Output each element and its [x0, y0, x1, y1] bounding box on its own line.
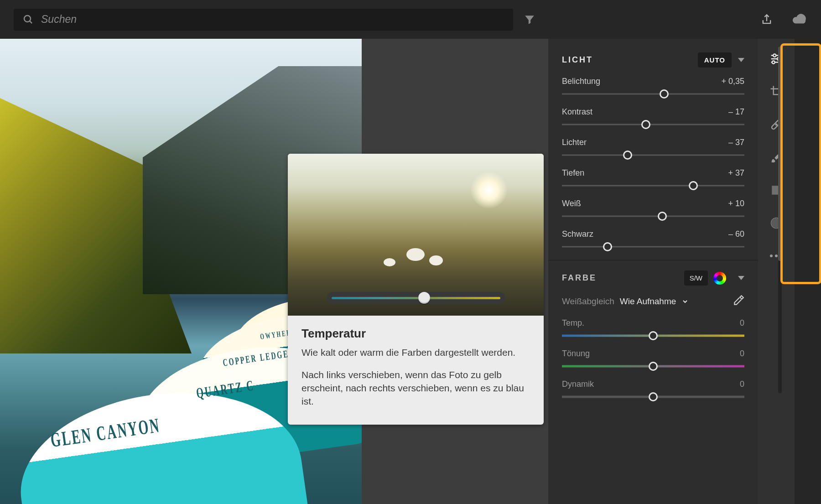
slider-tönung: Tönung 0	[562, 349, 744, 369]
slider-track[interactable]	[562, 121, 744, 128]
slider-value: – 60	[728, 229, 744, 239]
section-title-light: LICHT	[562, 55, 593, 65]
slider-value: 0	[740, 318, 744, 328]
radial-gradient-tool[interactable]	[768, 215, 785, 231]
slider-value: – 37	[728, 138, 744, 147]
slider-belichtung: Belichtung + 0,35	[562, 77, 744, 97]
color-mixer-button[interactable]	[713, 272, 726, 285]
svg-point-9	[776, 124, 777, 125]
search-field[interactable]	[14, 9, 513, 31]
slider-label: Tiefen	[562, 168, 584, 178]
edit-panel: LICHT AUTO Belichtung + 0,35 Kontrast – …	[548, 39, 758, 504]
slider-track[interactable]	[562, 213, 744, 219]
photo-viewport[interactable]: GLEN CANYON QUARTZ C COPPER LEDGE F OWYH…	[0, 39, 548, 504]
slider-knob[interactable]	[649, 392, 658, 401]
panel-scrollbar[interactable]	[778, 47, 782, 393]
slider-label: Weiß	[562, 199, 581, 208]
eyedropper-button[interactable]	[733, 295, 744, 308]
auto-button[interactable]: AUTO	[698, 52, 732, 68]
wb-label: Weißabgleich	[562, 296, 614, 307]
svg-line-1	[30, 21, 32, 23]
bw-button[interactable]: S/W	[684, 270, 708, 286]
slider-value: – 17	[728, 107, 744, 117]
tool-rail	[758, 39, 795, 504]
slider-tiefen: Tiefen + 37	[562, 168, 744, 189]
slider-value: 0	[740, 349, 744, 359]
cloud-icon	[791, 12, 807, 27]
tooltip-preview-image	[288, 154, 544, 316]
section-collapse-light[interactable]	[738, 58, 744, 62]
tooltip-title: Temperatur	[301, 327, 530, 341]
slider-dynamik: Dynamik 0	[562, 379, 744, 400]
slider-label: Tönung	[562, 349, 590, 359]
more-tools[interactable]	[768, 248, 785, 264]
search-icon	[23, 14, 34, 25]
slider-knob[interactable]	[603, 242, 612, 251]
slider-track[interactable]	[562, 363, 744, 369]
tooltip-demo-slider[interactable]	[327, 292, 505, 304]
search-input[interactable]	[40, 13, 504, 26]
slider-label: Kontrast	[562, 107, 592, 117]
tooltip-text: Wie kalt oder warm die Farben dargestell…	[301, 346, 530, 359]
slider-schwarz: Schwarz – 60	[562, 229, 744, 250]
topbar	[0, 0, 821, 39]
svg-point-0	[24, 16, 31, 22]
slider-lichter: Lichter – 37	[562, 138, 744, 158]
eyedropper-icon	[733, 295, 744, 307]
funnel-icon	[524, 14, 535, 26]
slider-value: + 0,35	[721, 77, 744, 86]
slider-label: Temp.	[562, 318, 584, 328]
slider-knob[interactable]	[641, 120, 650, 129]
crop-tool[interactable]	[768, 83, 785, 100]
tooltip-card: Temperatur Wie kalt oder warm die Farben…	[288, 154, 544, 425]
section-collapse-color[interactable]	[738, 276, 744, 280]
slider-track[interactable]	[562, 182, 744, 189]
slider-knob[interactable]	[660, 89, 669, 99]
slider-track[interactable]	[562, 152, 744, 158]
svg-point-3	[773, 54, 776, 57]
edit-sliders-tool[interactable]	[768, 51, 785, 67]
cloud-button[interactable]	[791, 11, 807, 28]
slider-weiß: Weiß + 10	[562, 199, 744, 219]
slider-knob[interactable]	[649, 331, 658, 340]
slider-value: + 10	[728, 199, 744, 208]
tooltip-text: Nach links verschieben, wenn das Foto zu…	[301, 369, 530, 408]
share-icon	[760, 13, 773, 26]
healing-tool[interactable]	[768, 116, 785, 133]
linear-gradient-tool[interactable]	[768, 182, 785, 198]
slider-temp.: Temp. 0	[562, 318, 744, 339]
share-button[interactable]	[759, 11, 775, 28]
slider-value: + 37	[728, 168, 744, 178]
slider-knob[interactable]	[658, 212, 667, 221]
slider-value: 0	[740, 379, 744, 389]
svg-point-7	[772, 61, 775, 63]
slider-knob[interactable]	[689, 181, 698, 190]
slider-label: Dynamik	[562, 379, 594, 389]
section-title-color: FARBE	[562, 273, 597, 283]
slider-label: Lichter	[562, 138, 587, 147]
filter-button[interactable]	[521, 11, 538, 28]
divider	[548, 260, 758, 260]
slider-knob[interactable]	[649, 362, 658, 371]
chevron-down-icon	[681, 298, 689, 305]
slider-label: Belichtung	[562, 77, 600, 86]
slider-track[interactable]	[562, 394, 744, 400]
slider-label: Schwarz	[562, 229, 593, 239]
slider-track[interactable]	[562, 244, 744, 250]
wb-dropdown[interactable]: Wie Aufnahme	[620, 296, 676, 307]
brush-tool[interactable]	[768, 149, 785, 166]
slider-track[interactable]	[562, 333, 744, 339]
slider-kontrast: Kontrast – 17	[562, 107, 744, 128]
slider-knob[interactable]	[623, 151, 632, 160]
slider-track[interactable]	[562, 91, 744, 97]
